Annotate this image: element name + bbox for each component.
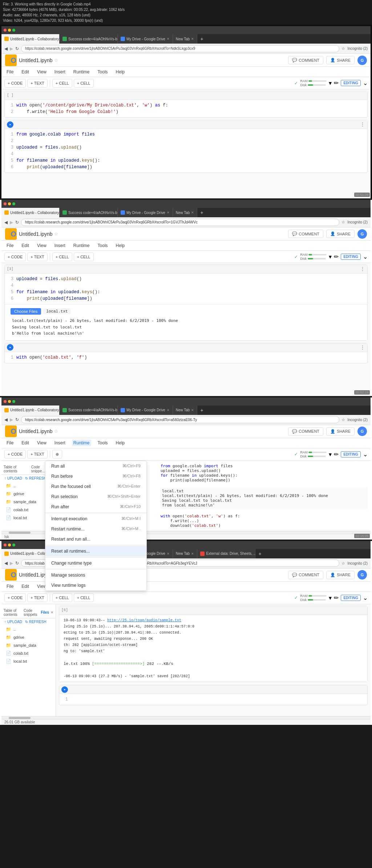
menu-runtime-2[interactable]: Runtime bbox=[72, 242, 91, 249]
tab-colab-3[interactable]: Untitled1.ipynb - Collaboratory ✕ bbox=[1, 405, 60, 415]
run-btn-2-2[interactable] bbox=[7, 344, 13, 351]
new-tab-btn-3[interactable]: + bbox=[197, 405, 206, 415]
menu-file-3[interactable]: File bbox=[5, 440, 15, 446]
new-tab-btn-4[interactable]: + bbox=[255, 549, 264, 558]
code-content-1-1[interactable]: 1 with open('/content/gdrive/My Drive/co… bbox=[5, 100, 367, 117]
cell2-btn-2[interactable]: + CELL bbox=[74, 253, 94, 261]
menu-insert-3[interactable]: Insert bbox=[53, 440, 67, 446]
dd-restart-run[interactable]: Restart and run all... bbox=[45, 534, 146, 544]
tab-cls-nt4[interactable]: ✕ bbox=[191, 552, 194, 556]
sidebar-tab-toc-3[interactable]: Table of contents bbox=[4, 465, 30, 473]
menu-file-2[interactable]: File bbox=[5, 242, 15, 249]
dd-run-focused[interactable]: Run the focused cell ⌘/Ctrl+Enter bbox=[45, 481, 146, 492]
tab-gdrive-1[interactable]: My Drive - Google Drive ✕ bbox=[118, 34, 173, 44]
dd-run-all[interactable]: Run all ⌘/Ctrl+F9 bbox=[45, 461, 146, 471]
menu-file-1[interactable]: File bbox=[5, 69, 15, 75]
expand-4[interactable]: ⌄ bbox=[363, 594, 368, 601]
cell-menu-2-2[interactable]: ⋮ bbox=[360, 344, 365, 351]
sidebar-tab-snippets-4[interactable]: Code snippets bbox=[24, 609, 39, 617]
cell1-btn-2[interactable]: + CELL bbox=[52, 253, 72, 261]
menu-insert-2[interactable]: Insert bbox=[53, 242, 67, 249]
tab-g3[interactable]: My Drive - Google Drive ✕ bbox=[118, 405, 173, 415]
cell-menu-2-1[interactable]: ⋮ bbox=[360, 266, 365, 272]
close-dot-4[interactable] bbox=[4, 544, 7, 546]
new-tab-btn-2[interactable]: + bbox=[197, 208, 206, 217]
notebook-title-2[interactable]: Untitled1.ipynb bbox=[19, 231, 53, 237]
tab-cls-g3[interactable]: ✕ bbox=[167, 408, 170, 412]
dd-run-before[interactable]: Run before ⌘/Ctrl+F8 bbox=[45, 471, 146, 481]
text-btn-4[interactable]: + TEXT bbox=[27, 593, 47, 602]
notebook-title-1[interactable]: Untitled1.ipynb bbox=[19, 57, 53, 63]
sidebar-item-gdrive4[interactable]: 📁 gdrive bbox=[1, 633, 56, 641]
wget-link[interactable]: http://25.io/toap/audio/sample.txt bbox=[107, 618, 181, 622]
min-dot-2[interactable] bbox=[8, 202, 11, 205]
menu-tools-1[interactable]: Tools bbox=[96, 69, 109, 75]
share-btn-2[interactable]: 👤 SHARE bbox=[326, 230, 355, 238]
tab-nt4[interactable]: New Tab ✕ bbox=[173, 549, 198, 558]
back-2[interactable]: ◀ bbox=[4, 220, 8, 225]
menu-help-3[interactable]: Help bbox=[114, 440, 126, 446]
forward-btn-1[interactable]: ▶ bbox=[10, 46, 13, 51]
code-cnt-4-empty[interactable]: 1 bbox=[59, 694, 367, 705]
menu-edit-4[interactable]: Edit bbox=[20, 583, 31, 590]
bookmark-icon-2[interactable]: ☆ bbox=[341, 220, 345, 225]
back-3[interactable]: ◀ bbox=[4, 417, 8, 422]
menu-edit-2[interactable]: Edit bbox=[20, 242, 31, 249]
star-2[interactable]: ☆ bbox=[54, 231, 58, 237]
tab-close-nt1[interactable]: ✕ bbox=[191, 37, 194, 41]
cell-menu-1-2[interactable]: ⋮ bbox=[360, 121, 365, 128]
code-content-1-2[interactable]: 1 from google.colab import files 2 3 upl… bbox=[5, 129, 367, 173]
close-dot-3[interactable] bbox=[4, 400, 7, 403]
cell2-btn-4[interactable]: + CELL bbox=[74, 593, 94, 602]
tab-colab-2[interactable]: Untitled1.ipynb - Collaboratory ✕ bbox=[1, 208, 60, 217]
tab-gdrive-2[interactable]: My Drive - Google Drive ✕ bbox=[118, 208, 173, 217]
new-tab-btn-1[interactable]: + bbox=[197, 34, 206, 44]
dd-run-selection[interactable]: Run selection ⌘/Ctrl+Shift+Enter bbox=[45, 492, 146, 502]
code-btn-3[interactable]: + CODE bbox=[4, 450, 26, 459]
share-btn-3[interactable]: 👤 SHARE bbox=[326, 427, 355, 436]
comment-btn-2[interactable]: 💬 COMMENT bbox=[288, 230, 323, 238]
code-btn-4[interactable]: + CODE bbox=[4, 593, 26, 602]
upload-btn-4[interactable]: ↑ UPLOAD bbox=[4, 620, 22, 624]
ref-3[interactable]: ↻ bbox=[15, 417, 19, 422]
tab-nt-2[interactable]: New Tab ✕ bbox=[173, 208, 198, 217]
comment-btn-4[interactable]: 💬 COMMENT bbox=[288, 571, 323, 579]
upload-btn-3[interactable]: ↑ UPLOAD bbox=[4, 476, 22, 480]
star-icon-1[interactable]: ☆ bbox=[54, 58, 58, 63]
sidebar-item-local4[interactable]: 📄 local.txt bbox=[1, 657, 56, 665]
dd-reset-all[interactable]: Reset all runtimes... bbox=[45, 546, 146, 556]
tab-success-1[interactable]: Success code+4/aAOhNvVs-b... ✕ bbox=[60, 34, 118, 44]
text-btn-1[interactable]: + TEXT bbox=[27, 79, 48, 88]
user-avatar-3[interactable]: G bbox=[357, 427, 367, 436]
run-btn-4-empty[interactable] bbox=[61, 686, 68, 693]
dd-manage-sessions[interactable]: Manage sessions bbox=[45, 570, 146, 580]
code-cnt-2-1[interactable]: 3 uploaded = files.upload() 4 5 for file… bbox=[5, 274, 367, 304]
cell1-btn-4[interactable]: + CELL bbox=[52, 593, 72, 602]
run-btn-1-2[interactable] bbox=[7, 121, 13, 128]
menu-help-2[interactable]: Help bbox=[114, 242, 126, 249]
sidebar-close-4[interactable]: ✕ bbox=[50, 610, 53, 614]
dd-view-logs[interactable]: View runtime logs bbox=[45, 580, 146, 590]
dd-run-after[interactable]: Run after ⌘/Ctrl+F10 bbox=[45, 502, 146, 512]
comment-btn-3[interactable]: 💬 COMMENT bbox=[288, 427, 323, 436]
tab-cls-g4[interactable]: ✕ bbox=[167, 552, 170, 556]
sidebar-item-colab4[interactable]: 📄 colab.txt bbox=[1, 649, 56, 657]
menu-view-3[interactable]: View bbox=[36, 440, 48, 446]
max-dot-3[interactable] bbox=[12, 400, 15, 403]
refresh-btn-3[interactable]: ↻ REFRESH bbox=[25, 476, 46, 480]
min-dot-4[interactable] bbox=[8, 544, 11, 546]
star-3[interactable]: ☆ bbox=[54, 429, 58, 434]
dd-change-runtime[interactable]: Change runtime type bbox=[45, 558, 146, 568]
cell-btn2-1[interactable]: + CELL bbox=[74, 79, 94, 88]
close-dot[interactable] bbox=[4, 29, 7, 32]
tab-colab-1[interactable]: Untitled1.ipynb - Collaboratory ✕ bbox=[1, 34, 60, 44]
back-btn-1[interactable]: ◀ bbox=[4, 46, 8, 51]
menu-view-2[interactable]: View bbox=[36, 242, 48, 249]
tab-nt3[interactable]: New Tab ✕ bbox=[173, 405, 198, 415]
tab-cls-g2[interactable]: ✕ bbox=[167, 211, 170, 214]
min-dot-3[interactable] bbox=[8, 400, 11, 403]
tab-cls-nt3[interactable]: ✕ bbox=[191, 408, 194, 412]
tab-close-g1[interactable]: ✕ bbox=[167, 37, 170, 41]
back-4[interactable]: ◀ bbox=[4, 561, 8, 566]
sidebar-tab-files-4[interactable]: Files bbox=[41, 610, 49, 614]
